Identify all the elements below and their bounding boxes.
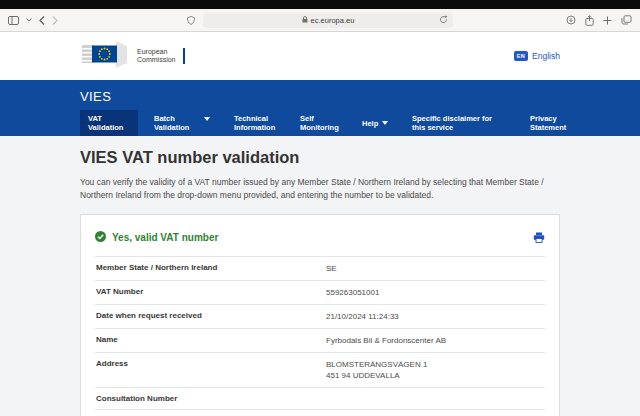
downloads-icon[interactable]	[566, 15, 576, 25]
nav-menu: VAT ValidationBatch ValidationTechnical …	[0, 110, 640, 136]
nav-item-label: Privacy Statement	[530, 114, 566, 132]
language-badge: EN	[514, 51, 528, 61]
nav-item-label: Technical Information	[234, 114, 276, 132]
main-content: VIES VAT number validation You can verif…	[0, 136, 640, 416]
back-icon[interactable]	[39, 16, 45, 25]
nav-item-label: Help	[362, 119, 378, 128]
browser-toolbar: ec.europa.eu	[0, 9, 640, 32]
table-row: Member State / Northern IrelandSE	[95, 256, 545, 280]
ec-header: European Commission EN English	[0, 32, 640, 80]
nav-item-label: Self Monitoring	[300, 114, 339, 132]
row-label: Address	[96, 359, 326, 381]
nav-item-specific-disclaimer-for-this-service[interactable]: Specific disclaimer for this service	[404, 110, 514, 136]
row-value: Fyrbodals Bil & Fordonscenter AB	[326, 335, 446, 346]
sidebar-icon[interactable]	[8, 16, 19, 25]
tab-group-chevron-icon[interactable]	[26, 18, 32, 22]
nav-item-privacy-statement[interactable]: Privacy Statement	[522, 110, 572, 136]
chevron-down-icon	[382, 121, 388, 125]
nav-item-label: Batch Validation	[154, 114, 200, 132]
valid-check-icon	[95, 228, 106, 246]
table-row: VAT Number559263051001	[95, 280, 545, 304]
nav-item-batch-validation[interactable]: Batch Validation	[146, 110, 218, 136]
result-card-header: Yes, valid VAT number	[95, 215, 545, 256]
nav-item-self-monitoring[interactable]: Self Monitoring	[292, 110, 346, 136]
ec-logo-divider	[183, 48, 185, 64]
reload-icon[interactable]	[439, 15, 448, 24]
row-value: BLOMSTERÄNGSVÄGEN 1 451 94 UDDEVALLA	[326, 359, 427, 381]
page-description: You can verify the validity of a VAT num…	[80, 176, 560, 202]
status-text: Yes, valid VAT number	[112, 232, 218, 243]
row-value: 559263051001	[326, 287, 379, 298]
new-tab-icon[interactable]	[603, 16, 612, 25]
row-value: 21/10/2024 11:24:33	[326, 311, 399, 322]
table-row: AddressBLOMSTERÄNGSVÄGEN 1 451 94 UDDEVA…	[95, 352, 545, 387]
result-table: Member State / Northern IrelandSEVAT Num…	[95, 256, 545, 410]
row-label: Consultation Number	[96, 394, 326, 403]
eu-flag-icon	[80, 39, 132, 73]
nav-item-label: Specific disclaimer for this service	[412, 114, 506, 132]
lock-icon	[302, 16, 308, 25]
forward-icon[interactable]	[52, 16, 58, 25]
nav-item-technical-information[interactable]: Technical Information	[226, 110, 284, 136]
tabs-overview-icon[interactable]	[621, 15, 632, 25]
row-label: Date when request received	[96, 311, 326, 322]
table-row: Consultation Number	[95, 387, 545, 410]
ec-logo-text: European Commission	[137, 48, 176, 65]
table-row: Date when request received21/10/2024 11:…	[95, 304, 545, 328]
table-row: NameFyrbodals Bil & Fordonscenter AB	[95, 328, 545, 352]
ec-logo[interactable]: European Commission	[80, 39, 185, 73]
address-bar[interactable]: ec.europa.eu	[203, 13, 453, 28]
page-title: VIES VAT number validation	[80, 148, 560, 167]
nav-item-label: VAT Validation	[88, 114, 130, 132]
share-icon[interactable]	[585, 15, 594, 26]
row-label: Member State / Northern Ireland	[96, 263, 326, 274]
print-icon[interactable]	[533, 232, 545, 243]
vies-nav: VIES VAT ValidationBatch ValidationTechn…	[0, 80, 640, 136]
site-title: VIES	[0, 80, 640, 110]
window-titlebar	[0, 0, 640, 9]
row-label: VAT Number	[96, 287, 326, 298]
row-label: Name	[96, 335, 326, 346]
privacy-shield-icon[interactable]	[187, 16, 195, 25]
row-value: SE	[326, 263, 337, 274]
result-card: Yes, valid VAT number Member State / Nor…	[80, 214, 560, 416]
url-text: ec.europa.eu	[311, 16, 355, 25]
chevron-down-icon	[204, 117, 210, 121]
nav-item-vat-validation[interactable]: VAT Validation	[80, 110, 138, 136]
language-selector[interactable]: EN English	[514, 51, 560, 61]
nav-item-help[interactable]: Help	[354, 110, 396, 136]
language-label: English	[532, 51, 560, 61]
